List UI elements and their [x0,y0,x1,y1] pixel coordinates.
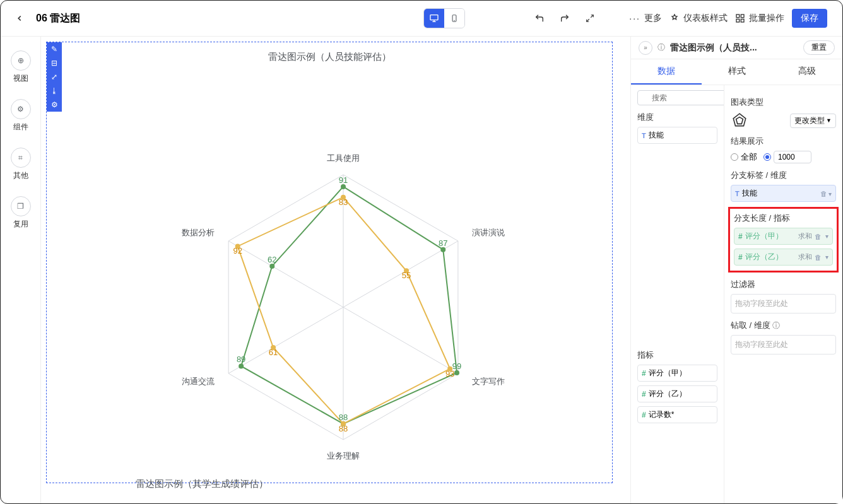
tab-advanced[interactable]: 高级 [772,59,842,85]
rail-other[interactable]: ⌗ 其他 [11,141,31,187]
svg-text:93: 93 [445,369,454,378]
number-type-icon: # [642,390,646,399]
svg-text:数据分析: 数据分析 [182,228,215,237]
second-chart-title: 雷达图示例（其学生成绩评估） [136,478,268,490]
tab-style[interactable]: 样式 [702,59,772,85]
svg-text:工具使用: 工具使用 [327,153,360,163]
back-button[interactable] [11,9,28,27]
svg-point-4 [454,20,455,21]
radar-chart: 工具使用演讲演说文字写作业务理解沟通交流数据分析9187998889628355… [167,131,520,484]
radio-all[interactable]: 全部 [731,151,757,163]
save-button[interactable]: 保存 [792,9,827,28]
svg-text:91: 91 [339,175,348,185]
edit-icon[interactable]: ✎ [51,45,57,54]
mobile-view-button[interactable] [444,9,464,28]
trash-icon[interactable]: 🗑 [815,233,822,240]
target-icon: ⊕ [18,56,24,65]
svg-text:92: 92 [233,246,242,255]
metric-field-a[interactable]: # 评分（甲） [637,365,717,382]
svg-rect-0 [430,15,438,20]
chart-type-label: 图表类型 [731,97,836,108]
chart-tile[interactable]: ✎ ⊟ ⤢ ⭳ ⚙ 雷达图示例（人员技能评估） 工具使用演讲演说文字写作业务理解… [46,42,613,483]
svg-text:55: 55 [402,271,411,280]
result-count-input[interactable] [774,151,811,163]
device-toggle [423,8,465,28]
redo-button[interactable] [556,9,574,27]
layout-icon: ⌗ [18,153,23,162]
rail-reuse[interactable]: ❐ 复用 [11,190,31,236]
export-icon[interactable]: ⭳ [50,86,58,95]
drill-label: 钻取 / 维度 ⓘ [731,320,836,331]
branch-metric-a[interactable]: #评分（甲） 求和🗑▾ [734,228,833,245]
copy-icon: ❐ [17,202,24,211]
topbar: 06 雷达图 ···更多 仪表板样式 [1,1,842,36]
panel-title: 雷达图示例（人员技... [670,42,798,54]
ruler-icon[interactable]: ⊟ [51,59,57,67]
canvas[interactable]: ✎ ⊟ ⤢ ⭳ ⚙ 雷达图示例（人员技能评估） 工具使用演讲演说文字写作业务理解… [41,37,630,503]
filter-dropzone[interactable]: 拖动字段至此处 [731,294,836,314]
rail-components[interactable]: ⚙ 组件 [11,93,31,139]
svg-point-27 [239,363,244,368]
svg-text:88: 88 [339,413,348,422]
chart-title: 雷达图示例（人员技能评估） [47,51,612,63]
svg-text:89: 89 [237,355,245,364]
svg-text:62: 62 [268,255,276,264]
text-type-icon: T [642,132,646,139]
svg-point-24 [440,247,445,252]
drill-dropzone[interactable]: 拖动字段至此处 [731,335,836,355]
number-type-icon: # [642,411,646,419]
radio-count[interactable] [763,151,811,163]
branch-length-metric-box: 分支长度 / 指标 #评分（甲） 求和🗑▾ #评分（乙） 求和🗑▾ [728,207,839,273]
chevron-down-icon[interactable]: ▾ [828,190,832,197]
metric-field-count[interactable]: # 记录数* [637,406,717,423]
properties-panel: » ⓘ 雷达图示例（人员技... 重置 数据 样式 高级 ⚙ ⟳ [630,37,842,503]
svg-line-5 [591,15,593,18]
settings-icon[interactable]: ⚙ [51,100,58,109]
chevron-down-icon[interactable]: ▾ [825,254,828,261]
svg-point-25 [454,370,459,375]
info-icon: ⓘ [657,42,665,53]
expand-icon[interactable]: ⤢ [51,73,57,81]
branch-dim-skill[interactable]: T技能 🗑▾ [731,185,836,202]
number-type-icon: # [642,369,646,378]
svg-marker-55 [736,117,743,124]
rail-view[interactable]: ⊕ 视图 [11,44,31,90]
svg-rect-10 [741,19,744,22]
result-display-label: 结果展示 [731,136,836,147]
branch-metric-b[interactable]: #评分（乙） 求和🗑▾ [734,249,833,266]
page-title: 06 雷达图 [36,12,80,25]
chevron-down-icon[interactable]: ▾ [825,233,828,240]
svg-text:沟通交流: 沟通交流 [182,377,215,386]
undo-button[interactable] [531,9,548,27]
svg-text:61: 61 [269,348,278,357]
svg-text:演讲演说: 演讲演说 [472,228,505,237]
svg-line-6 [587,19,589,21]
more-menu[interactable]: ···更多 [629,13,662,24]
svg-text:文字写作: 文字写作 [472,377,505,386]
fullscreen-button[interactable] [581,9,599,27]
svg-text:88: 88 [339,424,348,433]
filter-label: 过滤器 [731,279,836,290]
svg-text:87: 87 [439,238,447,248]
trash-icon[interactable]: 🗑 [815,254,822,261]
collapse-panel-button[interactable]: » [639,41,652,55]
dashboard-style-button[interactable]: 仪表板样式 [669,13,728,24]
svg-text:83: 83 [339,197,348,207]
trash-icon[interactable]: 🗑 [820,190,827,197]
metric-field-b[interactable]: # 评分（乙） [637,385,717,402]
tab-data[interactable]: 数据 [631,59,702,85]
desktop-view-button[interactable] [424,9,444,28]
svg-rect-9 [736,19,740,22]
dim-field-skill[interactable]: T 技能 [637,127,717,144]
svg-rect-8 [741,15,744,18]
svg-text:业务理解: 业务理解 [327,451,360,460]
svg-rect-7 [736,15,740,18]
change-chart-type-button[interactable]: 更改类型▼ [790,114,836,128]
field-search-input[interactable] [637,90,724,105]
gear-icon: ⚙ [17,105,24,114]
batch-operate-button[interactable]: 批量操作 [735,13,784,24]
metric-header: 指标 [637,349,717,361]
svg-point-28 [269,264,274,269]
branch-label-dim-header: 分支标签 / 维度 [731,170,836,181]
reset-button[interactable]: 重置 [803,40,835,55]
